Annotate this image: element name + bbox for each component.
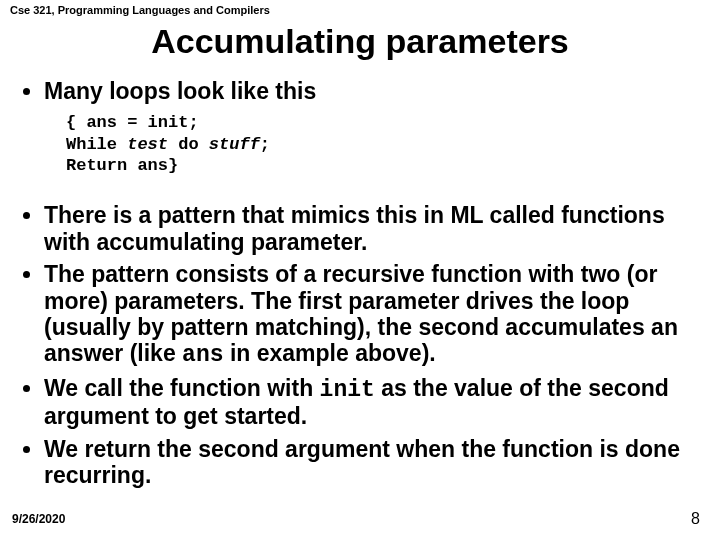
code-inline: init: [320, 377, 375, 403]
bullet-3: The pattern consists of a recursive func…: [44, 261, 700, 369]
code-line-2: While test do stuff;: [66, 134, 700, 155]
bullet-4: We call the function with init as the va…: [44, 375, 700, 430]
footer-page-number: 8: [691, 510, 700, 528]
course-label: Cse 321, Programming Languages and Compi…: [10, 4, 270, 16]
bullet-2: There is a pattern that mimics this in M…: [44, 202, 700, 255]
code-text: While: [66, 135, 127, 154]
bullet-list-2: There is a pattern that mimics this in M…: [20, 202, 700, 488]
code-text: ;: [260, 135, 270, 154]
code-line-1: { ans = init;: [66, 112, 700, 133]
slide: Cse 321, Programming Languages and Compi…: [0, 0, 720, 540]
slide-body: Many loops look like this { ans = init; …: [20, 78, 700, 495]
text: in example above).: [224, 340, 436, 366]
bullet-list: Many loops look like this: [20, 78, 700, 104]
code-inline: ans: [182, 342, 223, 368]
code-text: do: [168, 135, 209, 154]
text: We call the function with: [44, 375, 320, 401]
bullet-5: We return the second argument when the f…: [44, 436, 700, 489]
slide-title: Accumulating parameters: [0, 22, 720, 61]
bullet-1: Many loops look like this: [44, 78, 700, 104]
code-emph: stuff: [209, 135, 260, 154]
footer-date: 9/26/2020: [12, 512, 65, 526]
code-block: { ans = init; While test do stuff; Retur…: [66, 112, 700, 176]
code-emph: test: [127, 135, 168, 154]
code-line-3: Return ans}: [66, 155, 700, 176]
